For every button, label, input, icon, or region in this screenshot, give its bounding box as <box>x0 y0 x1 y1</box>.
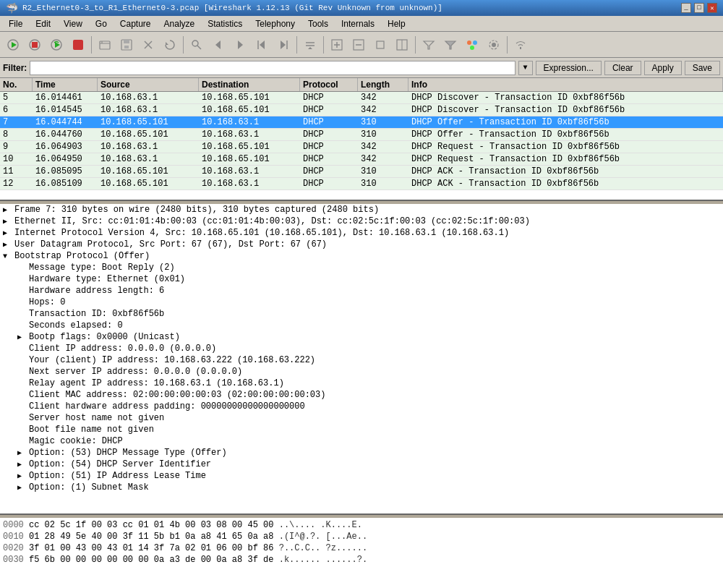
expandable-detail-row[interactable]: ▶Bootp flags: 0x0000 (Unicast) <box>0 331 723 343</box>
expandable-detail-row[interactable]: ▶Option: (53) DHCP Message Type (Offer) <box>0 447 723 459</box>
svg-rect-3 <box>32 42 38 48</box>
start-capture-button[interactable] <box>3 35 23 55</box>
svg-marker-20 <box>281 41 286 49</box>
menu-view[interactable]: View <box>58 17 88 30</box>
cell-src: 10.168.63.1 <box>98 153 199 165</box>
normal-size-button[interactable] <box>370 35 390 55</box>
menu-internals[interactable]: Internals <box>335 17 380 30</box>
packet-row[interactable]: 11 16.085095 10.168.65.101 10.168.63.1 D… <box>0 166 723 178</box>
cell-src: 10.168.63.1 <box>98 92 199 103</box>
cell-time: 16.044760 <box>33 129 98 140</box>
menu-file[interactable]: File <box>3 17 28 30</box>
minimize-button[interactable]: _ <box>681 3 691 13</box>
cell-len: 310 <box>358 166 408 177</box>
menu-tools[interactable]: Tools <box>302 17 334 30</box>
restart-capture-button[interactable] <box>46 35 67 55</box>
detail-panel[interactable]: ▶Frame 7: 310 bytes on wire (2480 bits),… <box>0 204 723 515</box>
col-protocol: Protocol <box>300 78 358 91</box>
autoscroll-button[interactable] <box>300 35 320 55</box>
menu-telephony[interactable]: Telephony <box>249 17 301 30</box>
resize-columns-button[interactable] <box>392 35 412 55</box>
toolbar-separator-4 <box>323 36 324 54</box>
expandable-detail-row[interactable]: ▶Option: (54) DHCP Server Identifier <box>0 459 723 470</box>
col-source: Source <box>98 78 199 91</box>
cell-src: 10.168.65.101 <box>98 166 199 177</box>
detail-row: Hardware type: Ethernet (0x01) <box>0 273 723 285</box>
detail-text: Option: (54) DHCP Server Identifier <box>29 459 211 469</box>
filter-dropdown[interactable]: ▼ <box>518 61 533 75</box>
packet-row[interactable]: 7 16.044744 10.168.65.101 10.168.63.1 DH… <box>0 116 723 129</box>
detail-text: Message type: Boot Reply (2) <box>29 263 175 273</box>
close-button[interactable]: ✕ <box>707 3 717 13</box>
expand-icon: ▶ <box>3 217 12 226</box>
packet-row[interactable]: 6 16.014545 10.168.63.1 10.168.65.101 DH… <box>0 104 723 116</box>
cell-no: 6 <box>0 104 33 116</box>
detail-row: Server host name not given <box>0 412 723 424</box>
svg-marker-13 <box>166 42 168 45</box>
next-packet-button[interactable] <box>230 35 250 55</box>
zoom-out-button[interactable] <box>348 35 369 55</box>
expandable-detail-row[interactable]: ▶User Datagram Protocol, Src Port: 67 (6… <box>0 239 723 250</box>
packet-row[interactable]: 10 16.064950 10.168.63.1 10.168.65.101 D… <box>0 153 723 166</box>
expandable-detail-row[interactable]: ▶Option: (1) Subnet Mask <box>0 482 723 493</box>
packet-row[interactable]: 5 16.014461 10.168.63.1 10.168.65.101 DH… <box>0 92 723 104</box>
menu-edit[interactable]: Edit <box>30 17 56 30</box>
maximize-button[interactable]: □ <box>694 3 704 13</box>
detail-row: Your (client) IP address: 10.168.63.222 … <box>0 354 723 366</box>
cell-info: DHCP ACK - Transaction ID 0xbf86f56b <box>408 178 723 189</box>
cell-no: 12 <box>0 178 33 189</box>
find-packet-button[interactable] <box>187 35 207 55</box>
reload-file-button[interactable] <box>160 35 180 55</box>
hex-ascii: .(I^@.?. [...Ae.. <box>279 532 367 542</box>
open-file-button[interactable] <box>95 35 115 55</box>
prev-packet-button[interactable] <box>208 35 228 55</box>
expandable-detail-row[interactable]: ▶Internet Protocol Version 4, Src: 10.16… <box>0 227 723 239</box>
window-controls[interactable]: _ □ ✕ <box>681 3 717 13</box>
expandable-detail-row[interactable]: ▶Option: (51) IP Address Lease Time <box>0 470 723 482</box>
stop-capture-button[interactable] <box>25 35 45 55</box>
cell-dst: 10.168.65.101 <box>199 104 300 116</box>
expand-icon: ▶ <box>17 472 26 480</box>
expandable-detail-row[interactable]: ▶Frame 7: 310 bytes on wire (2480 bits),… <box>0 204 723 216</box>
preferences-button[interactable] <box>484 35 504 55</box>
last-packet-button[interactable] <box>273 35 294 55</box>
detail-text: Option: (53) DHCP Message Type (Offer) <box>29 448 227 458</box>
window-title: R2_Ethernet0-3_to_R1_Ethernet0-3.pcap [W… <box>22 4 442 12</box>
detail-text: Server host name not given <box>29 413 164 423</box>
svg-marker-24 <box>308 47 312 49</box>
save-button[interactable]: Save <box>685 61 720 75</box>
close-file-button[interactable] <box>138 35 158 55</box>
cell-time: 16.064950 <box>33 153 98 165</box>
menu-help[interactable]: Help <box>382 17 411 30</box>
coloring-rules-button[interactable] <box>462 35 482 55</box>
expandable-detail-row[interactable]: ▶Ethernet II, Src: cc:01:01:4b:00:03 (cc… <box>0 216 723 227</box>
packet-row[interactable]: 8 16.044760 10.168.65.101 10.168.63.1 DH… <box>0 129 723 141</box>
menu-go[interactable]: Go <box>90 17 113 30</box>
packet-rows: 5 16.014461 10.168.63.1 10.168.65.101 DH… <box>0 92 723 190</box>
save-file-button[interactable] <box>116 35 137 55</box>
cell-no: 9 <box>0 141 33 153</box>
expression-button[interactable]: Expression... <box>536 61 602 75</box>
col-time: Time <box>33 78 98 91</box>
first-packet-button[interactable] <box>252 35 272 55</box>
apply-button[interactable]: Apply <box>644 61 682 75</box>
packet-list[interactable]: No. Time Source Destination Protocol Len… <box>0 78 723 201</box>
menu-analyze[interactable]: Analyze <box>158 17 201 30</box>
menu-capture[interactable]: Capture <box>114 17 157 30</box>
filter-input[interactable] <box>30 61 515 75</box>
zoom-in-button[interactable] <box>327 35 347 55</box>
packet-row[interactable]: 9 16.064903 10.168.63.1 10.168.65.101 DH… <box>0 141 723 153</box>
menu-statistics[interactable]: Statistics <box>202 17 248 30</box>
cell-proto: DHCP <box>300 166 358 177</box>
cell-src: 10.168.65.101 <box>98 178 199 189</box>
stop-all-captures-button[interactable] <box>68 35 88 55</box>
cell-info: DHCP Request - Transaction ID 0xbf86f56b <box>408 141 723 153</box>
wireless-toolbar-button[interactable] <box>510 35 531 55</box>
cell-time: 16.085095 <box>33 166 98 177</box>
packet-row[interactable]: 12 16.085109 10.168.65.101 10.168.63.1 D… <box>0 178 723 190</box>
clear-button[interactable]: Clear <box>604 61 641 75</box>
display-filter-button[interactable] <box>440 35 461 55</box>
expandable-detail-row[interactable]: ▼Bootstrap Protocol (Offer) <box>0 250 723 262</box>
capture-filter-button[interactable] <box>419 35 439 55</box>
detail-text: Next server IP address: 0.0.0.0 (0.0.0.0… <box>29 367 242 377</box>
